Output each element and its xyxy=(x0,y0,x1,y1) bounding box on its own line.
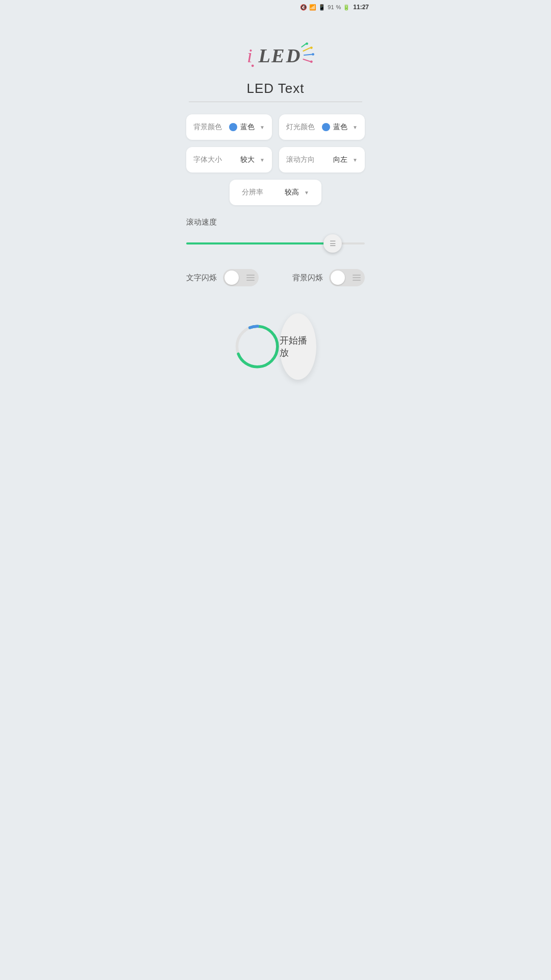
light-color-value: 蓝色 ▼ xyxy=(322,122,358,132)
scroll-speed-row: 滚动速度 ☰ xyxy=(186,212,365,258)
status-bar: 🔇 📶 📱 91% 🔋 11:27 xyxy=(176,0,375,14)
slider-fill xyxy=(186,242,333,244)
font-size-value: 较大 ▼ xyxy=(240,155,265,164)
svg-line-5 xyxy=(304,54,312,55)
resolution-label: 分辨率 xyxy=(242,188,263,197)
signal-icon: 📶 xyxy=(309,4,316,11)
battery-icon: 🔋 xyxy=(343,4,350,11)
play-button-ring-svg xyxy=(235,306,280,387)
bg-flash-group: 背景闪烁 xyxy=(292,269,365,286)
bg-flash-label: 背景闪烁 xyxy=(292,273,323,283)
battery-level: 91 xyxy=(328,4,334,10)
svg-line-7 xyxy=(302,44,306,47)
font-size-label: 字体大小 xyxy=(193,155,222,164)
scroll-dir-dropdown[interactable]: 滚动方向 向左 ▼ xyxy=(279,147,365,173)
light-color-label: 灯光颜色 xyxy=(286,122,315,132)
svg-point-12 xyxy=(252,64,254,67)
svg-point-8 xyxy=(310,46,313,49)
text-flash-lines xyxy=(246,275,255,281)
row-resolution: 分辨率 较高 ▼ xyxy=(186,180,365,205)
mute-icon: 🔇 xyxy=(300,4,307,11)
bg-flash-knob xyxy=(331,271,345,285)
scroll-speed-label: 滚动速度 xyxy=(186,217,365,227)
light-color-dot xyxy=(322,123,330,131)
row-font-scroll: 字体大小 较大 ▼ 滚动方向 向左 ▼ xyxy=(186,147,365,173)
row-color-settings: 背景颜色 蓝色 ▼ 灯光颜色 蓝色 ▼ xyxy=(186,114,365,140)
scroll-dir-label: 滚动方向 xyxy=(286,155,315,164)
sim-icon: 📱 xyxy=(318,4,325,11)
text-flash-label: 文字闪烁 xyxy=(186,273,217,283)
bg-color-dot xyxy=(229,123,237,131)
page-title: LED Text xyxy=(246,81,304,96)
bg-color-dropdown[interactable]: 背景颜色 蓝色 ▼ xyxy=(186,114,272,140)
bg-flash-toggle[interactable] xyxy=(329,269,365,286)
svg-point-11 xyxy=(306,42,308,45)
font-size-text: 较大 xyxy=(240,155,255,164)
svg-line-4 xyxy=(303,48,310,51)
resolution-text: 较高 xyxy=(285,188,299,197)
scroll-speed-slider-container: ☰ xyxy=(186,234,365,253)
text-flash-toggle[interactable] xyxy=(223,269,259,286)
app-logo: i L E D xyxy=(235,35,316,76)
bg-color-chevron-icon: ▼ xyxy=(260,125,265,130)
scroll-speed-slider-thumb[interactable]: ☰ xyxy=(323,234,342,253)
text-flash-knob xyxy=(224,271,239,285)
bg-flash-lines xyxy=(353,275,361,281)
resolution-chevron-icon: ▼ xyxy=(304,190,309,195)
resolution-dropdown[interactable]: 分辨率 较高 ▼ xyxy=(230,180,321,205)
status-icons: 🔇 📶 📱 91% 🔋 xyxy=(300,4,350,11)
bg-color-label: 背景颜色 xyxy=(193,122,222,132)
controls-area: 背景颜色 蓝色 ▼ 灯光颜色 蓝色 ▼ 字体大小 较大 ▼ 滚动方向 xyxy=(176,114,375,290)
bg-color-text: 蓝色 xyxy=(240,122,255,132)
light-color-chevron-icon: ▼ xyxy=(353,125,358,130)
font-size-chevron-icon: ▼ xyxy=(260,157,265,163)
play-button-section: 开始播放 xyxy=(235,306,316,387)
play-button-inner: 开始播放 xyxy=(280,313,316,380)
scroll-dir-text: 向左 xyxy=(333,155,347,164)
svg-text:i: i xyxy=(247,45,253,66)
toggle-row: 文字闪烁 背景闪烁 xyxy=(186,265,365,290)
svg-point-9 xyxy=(312,53,314,56)
title-divider xyxy=(189,102,362,102)
svg-point-10 xyxy=(310,60,313,63)
svg-text:D: D xyxy=(286,45,300,66)
slider-thumb-icon: ☰ xyxy=(330,239,336,248)
light-color-dropdown[interactable]: 灯光颜色 蓝色 ▼ xyxy=(279,114,365,140)
scroll-dir-chevron-icon: ▼ xyxy=(353,157,358,163)
resolution-value: 较高 ▼ xyxy=(285,188,309,197)
svg-text:L: L xyxy=(258,45,270,66)
light-color-text: 蓝色 xyxy=(333,122,347,132)
scroll-dir-value: 向左 ▼ xyxy=(333,155,358,164)
bg-color-value: 蓝色 ▼ xyxy=(229,122,265,132)
svg-text:E: E xyxy=(271,45,285,66)
status-time: 11:27 xyxy=(353,4,369,11)
font-size-dropdown[interactable]: 字体大小 较大 ▼ xyxy=(186,147,272,173)
svg-line-6 xyxy=(303,59,310,62)
play-button-text: 开始播放 xyxy=(280,334,316,359)
text-flash-group: 文字闪烁 xyxy=(186,269,259,286)
logo-section: i L E D xyxy=(235,35,316,76)
play-button[interactable]: 开始播放 xyxy=(235,306,316,387)
